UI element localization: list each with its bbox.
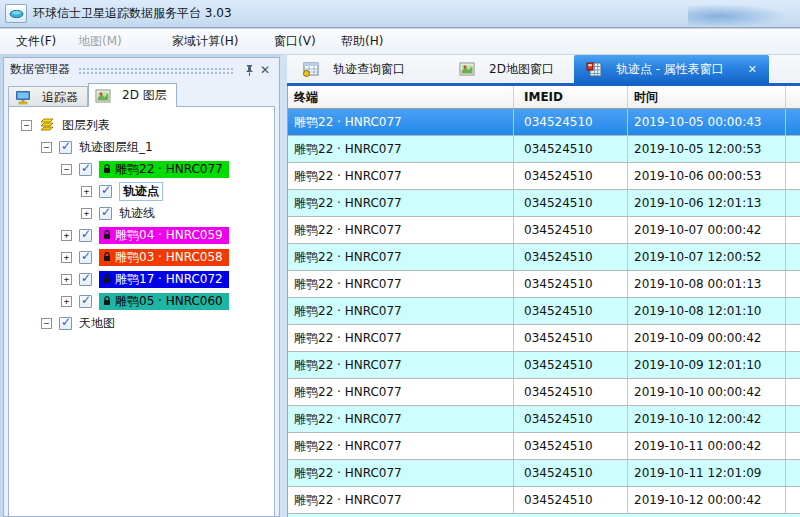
table-row[interactable]: 雕鹗22 · HNRC0770345245102019-10-09 00:00:…	[288, 325, 800, 352]
table-header-row: 终端IMEID时间	[288, 86, 800, 109]
collapse-icon[interactable]: −	[61, 164, 72, 175]
menu-item-文件(F)[interactable]: 文件(F)	[10, 29, 62, 54]
cell-terminal: 雕鹗22 · HNRC077	[288, 460, 514, 486]
table-row[interactable]: 雕鹗22 · HNRC0770345245102019-10-08 00:01:…	[288, 271, 800, 298]
layer-checkbox-checked[interactable]	[59, 317, 72, 330]
layer-checkbox-checked[interactable]	[79, 295, 92, 308]
cell-imeid: 034524510	[514, 244, 628, 270]
collapse-icon[interactable]: −	[41, 142, 52, 153]
tree-node-label: 雕鹗05 · HNRC060	[99, 293, 229, 310]
sidebar-tabstrip: 追踪器2D 图层	[4, 81, 279, 106]
doc-tab-轨迹点 - 属性表窗口[interactable]: 轨迹点 - 属性表窗口✕	[574, 55, 769, 83]
cell-terminal: 雕鹗22 · HNRC077	[288, 244, 514, 270]
cell-time: 2019-10-06 12:01:13	[628, 190, 786, 216]
collapse-icon[interactable]: −	[41, 318, 52, 329]
layer-checkbox-checked[interactable]	[99, 207, 112, 220]
menu-item-家域计算(H)[interactable]: 家域计算(H)	[166, 29, 244, 54]
layer-checkbox-checked[interactable]	[59, 141, 72, 154]
doc-tab-label: 轨迹点 - 属性表窗口	[616, 61, 724, 78]
collapse-icon[interactable]: −	[21, 120, 32, 131]
tree-node-图层列表[interactable]: −图层列表	[9, 114, 274, 136]
layer-checkbox-checked[interactable]	[79, 229, 92, 242]
tree-node-label: 雕鹗17 · HNRC072	[99, 271, 229, 288]
panel-splitter[interactable]	[280, 55, 287, 517]
menu-bar: 文件(F)地图(M)家域计算(H)窗口(V)帮助(H)	[0, 29, 800, 55]
cell-clipped	[786, 190, 800, 216]
table-row[interactable]: 雕鹗22 · HNRC0770345245102019-10-07 12:00:…	[288, 244, 800, 271]
layer-checkbox-checked[interactable]	[99, 185, 112, 198]
column-header-终端[interactable]: 终端	[288, 86, 514, 108]
table-row[interactable]: 雕鹗22 · HNRC0770345245102019-10-06 12:01:…	[288, 190, 800, 217]
layer-checkbox-checked[interactable]	[79, 163, 92, 176]
cell-imeid: 034524510	[514, 190, 628, 216]
cell-terminal: 雕鹗22 · HNRC077	[288, 190, 514, 216]
table-row[interactable]: 雕鹗22 · HNRC0770345245102019-10-07 00:00:…	[288, 217, 800, 244]
tree-node-雕鹗17 · HNRC072[interactable]: +雕鹗17 · HNRC072	[9, 268, 274, 290]
table-row[interactable]: 雕鹗22 · HNRC0770345245102019-10-11 00:00:…	[288, 433, 800, 460]
panel-close-icon[interactable]: ✕	[257, 62, 273, 78]
tree-node-轨迹图层组_1[interactable]: −轨迹图层组_1	[9, 136, 274, 158]
tab-close-icon[interactable]: ✕	[748, 63, 757, 76]
sidebar-tab-追踪器[interactable]: 追踪器	[8, 86, 88, 107]
tree-node-雕鹗04 · HNRC059[interactable]: +雕鹗04 · HNRC059	[9, 224, 274, 246]
cell-time: 2019-10-11 00:00:42	[628, 433, 786, 459]
cell-clipped	[786, 325, 800, 351]
cell-time: 2019-10-12 00:00:42	[628, 487, 786, 513]
column-header-时间[interactable]: 时间	[628, 86, 786, 108]
menu-item-窗口(V)[interactable]: 窗口(V)	[268, 29, 322, 54]
cell-imeid: 034524510	[514, 298, 628, 324]
lock-icon	[103, 274, 111, 284]
table-row[interactable]: 雕鹗22 · HNRC0770345245102019-10-10 00:00:…	[288, 379, 800, 406]
expand-icon[interactable]: +	[61, 230, 72, 241]
panel-title: 数据管理器	[10, 61, 70, 78]
doc-tab-轨迹查询窗口[interactable]: 轨迹查询窗口	[291, 55, 417, 83]
table-row[interactable]: 雕鹗22 · HNRC0770345245102019-10-05 00:00:…	[288, 109, 800, 136]
table-row[interactable]: 雕鹗22 · HNRC0770345245102019-10-09 12:01:…	[288, 352, 800, 379]
table-row[interactable]: 雕鹗22 · HNRC0770345245102019-10-11 12:01:…	[288, 460, 800, 487]
table-body: 雕鹗22 · HNRC0770345245102019-10-05 00:00:…	[288, 109, 800, 517]
cell-clipped	[786, 487, 800, 513]
tree-node-轨迹线[interactable]: +轨迹线	[9, 202, 274, 224]
tree-node-label: 雕鹗03 · HNRC058	[99, 249, 229, 266]
cell-imeid: 034524510	[514, 487, 628, 513]
cell-clipped	[786, 163, 800, 189]
cell-clipped	[786, 136, 800, 162]
sidebar-tab-2D 图层[interactable]: 2D 图层	[88, 83, 177, 107]
tree-node-雕鹗22 · HNRC077[interactable]: −雕鹗22 · HNRC077	[9, 158, 274, 180]
lock-icon	[103, 296, 111, 306]
cell-time: 2019-10-09 12:01:10	[628, 352, 786, 378]
menu-item-帮助(H)[interactable]: 帮助(H)	[335, 29, 389, 54]
expand-icon[interactable]: +	[61, 252, 72, 263]
document-tabstrip: 轨迹查询窗口2D地图窗口轨迹点 - 属性表窗口✕	[287, 55, 800, 83]
tracker-monitor-icon	[15, 90, 31, 105]
table-row[interactable]: 雕鹗22 · HNRC0770345245102019-10-12 00:00:…	[288, 487, 800, 514]
expand-icon[interactable]: +	[61, 274, 72, 285]
expand-icon[interactable]: +	[81, 208, 92, 219]
table-row[interactable]: 雕鹗22 · HNRC0770345245102019-10-10 12:00:…	[288, 406, 800, 433]
cell-terminal: 雕鹗22 · HNRC077	[288, 217, 514, 243]
cell-time: 2019-10-05 12:00:53	[628, 136, 786, 162]
expand-icon[interactable]: +	[61, 296, 72, 307]
cell-terminal: 雕鹗22 · HNRC077	[288, 271, 514, 297]
cell-terminal: 雕鹗22 · HNRC077	[288, 109, 514, 135]
layer-checkbox-checked[interactable]	[79, 273, 92, 286]
doc-tab-2D地图窗口[interactable]: 2D地图窗口	[447, 55, 566, 83]
tree-node-雕鹗05 · HNRC060[interactable]: +雕鹗05 · HNRC060	[9, 290, 274, 312]
table-row[interactable]: 雕鹗22 · HNRC0770345245102019-10-05 12:00:…	[288, 136, 800, 163]
cell-clipped	[786, 352, 800, 378]
table-row[interactable]: 雕鹗22 · HNRC0770345245102019-10-06 00:00:…	[288, 163, 800, 190]
tree-node-label: 轨迹线	[119, 205, 155, 222]
tree-node-雕鹗03 · HNRC058[interactable]: +雕鹗03 · HNRC058	[9, 246, 274, 268]
tree-node-天地图[interactable]: −天地图	[9, 312, 274, 334]
layer-image-icon	[95, 89, 111, 103]
cell-imeid: 034524510	[514, 271, 628, 297]
tree-node-轨迹点[interactable]: +轨迹点	[9, 180, 274, 202]
layer-checkbox-checked[interactable]	[79, 251, 92, 264]
cell-clipped	[786, 217, 800, 243]
expand-icon[interactable]: +	[81, 186, 92, 197]
table-row[interactable]: 雕鹗22 · HNRC0770345245102019-10-08 12:01:…	[288, 298, 800, 325]
pin-icon[interactable]	[241, 62, 257, 78]
column-header-IMEID[interactable]: IMEID	[514, 86, 628, 108]
attribute-table-icon	[586, 62, 602, 77]
cell-imeid: 034524510	[514, 163, 628, 189]
